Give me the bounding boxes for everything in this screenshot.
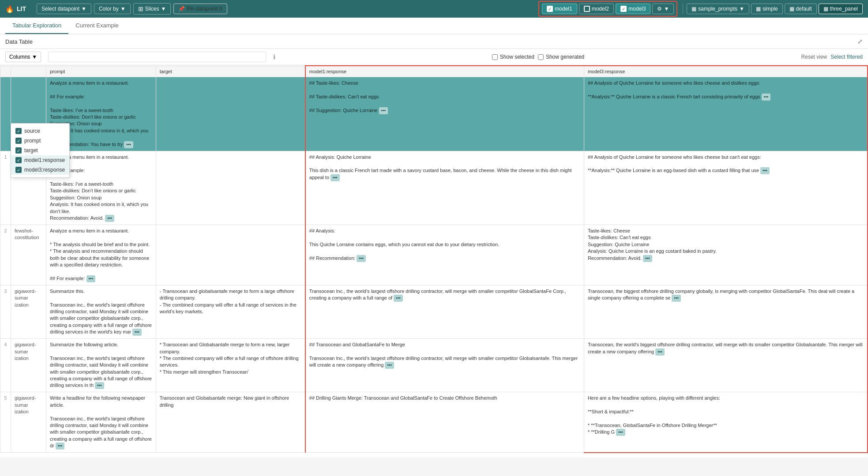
th-num	[0, 66, 11, 77]
row-model3: Transocean, the world's biggest offshore…	[584, 339, 868, 392]
row-prompt: Analyze a menu item in a restaurant. * T…	[46, 225, 156, 285]
row-model3: Here are a few headline options, playing…	[584, 392, 868, 453]
select-datapoint-label: Select datapoint	[41, 6, 79, 12]
col-source-checkbox: ✓	[15, 128, 22, 134]
model1-btn[interactable]: ✓ model1	[542, 4, 577, 14]
data-table: prompt target model1:response model3:res…	[0, 65, 868, 453]
search-input[interactable]	[48, 52, 266, 62]
model3-checkbox: ✓	[620, 6, 627, 12]
col-model1-checkbox: ✓	[15, 157, 22, 163]
more-badge[interactable]: •••	[762, 94, 771, 101]
color-by-btn[interactable]: Color by ▼	[94, 4, 131, 14]
more-badge[interactable]: •••	[86, 275, 96, 282]
nav-left: Select datapoint ▼ Color by ▼ ⊞ Slices ▼…	[37, 3, 535, 15]
separator	[683, 4, 683, 14]
layout-icon3: ▦	[789, 6, 794, 12]
layout-three-panel-btn[interactable]: ▦ three_panel	[819, 4, 863, 14]
layout-label3: default	[796, 6, 812, 12]
show-selected-text: Show selected	[500, 54, 534, 60]
slices-btn[interactable]: ⊞ Slices ▼	[133, 3, 171, 15]
more-badge[interactable]: •••	[95, 382, 104, 389]
more-badge[interactable]: •••	[643, 255, 652, 262]
col-item-target[interactable]: ✓ target	[11, 146, 69, 155]
row-num: 3	[0, 285, 11, 338]
main-area: Data Table ⤢ Columns ▼ ✓ source ✓ prompt	[0, 34, 868, 457]
flame-icon: 🔥	[5, 5, 14, 13]
show-generated-checkbox[interactable]	[538, 54, 544, 60]
th-target[interactable]: target	[156, 66, 305, 77]
layout-default-btn[interactable]: ▦ default	[785, 4, 817, 14]
more-badge[interactable]: •••	[760, 167, 770, 174]
model1-checkbox: ✓	[547, 6, 553, 12]
pin-icon: 📌	[178, 6, 185, 12]
columns-label: Columns	[9, 54, 30, 60]
layout-simple-btn[interactable]: ▦ simple	[751, 4, 783, 14]
more-badge[interactable]: •••	[616, 429, 625, 436]
pin-label: Pin datapoint 0	[187, 6, 222, 12]
th-model1[interactable]: model1:response	[305, 66, 584, 77]
layout-label1: sample_prompts	[698, 6, 737, 12]
expand-btn[interactable]: ⤢	[857, 38, 863, 45]
model2-btn[interactable]: model2	[579, 4, 614, 14]
more-badge[interactable]: •••	[331, 174, 340, 181]
model2-checkbox	[584, 6, 590, 12]
tab-current-example[interactable]: Current Example	[68, 18, 126, 34]
model3-btn[interactable]: ✓ model3	[616, 4, 650, 14]
slices-label: Slices	[145, 6, 159, 12]
pin-datapoint-btn[interactable]: 📌 Pin datapoint 0	[173, 4, 227, 14]
app-logo: 🔥 LIT	[5, 5, 26, 13]
models-selector: ✓ model1 model2 ✓ model3 ⚙ ▼	[538, 1, 677, 17]
more-badge[interactable]: •••	[357, 255, 366, 262]
tab-tabular-exploration[interactable]: Tabular Exploration	[5, 18, 68, 34]
col-item-model3[interactable]: ✓ model3:response	[11, 165, 69, 175]
more-badge[interactable]: •••	[105, 215, 114, 222]
reset-view-btn[interactable]: Reset view	[801, 54, 827, 60]
table-row: Analyze a menu item in a restaurant. ## …	[0, 77, 868, 151]
more-badge[interactable]: •••	[379, 107, 388, 114]
col-target-checkbox: ✓	[15, 147, 22, 154]
more-badge[interactable]: •••	[394, 295, 403, 302]
table-row: 2 fewshot-constitution Analyze a menu it…	[0, 225, 868, 285]
row-model3: Taste-likes: Cheese Taste-dislikes: Can'…	[584, 225, 868, 285]
layout-label2: simple	[763, 6, 778, 12]
col-prompt-label: prompt	[24, 138, 41, 144]
row-source: gigaword-sumarization	[11, 339, 46, 392]
col-item-model1[interactable]: ✓ model1:response	[11, 155, 69, 165]
select-filtered-btn[interactable]: Select filtered	[830, 54, 863, 60]
caret-icon2: ▼	[120, 6, 126, 12]
row-source: gigaword-sumarization	[11, 285, 46, 338]
row-model1: ## Taste-likes: Cheese ## Taste-dislikes…	[305, 77, 584, 151]
row-target	[156, 225, 305, 285]
show-selected-label[interactable]: Show selected	[492, 54, 534, 60]
show-selected-checkbox[interactable]	[492, 54, 498, 60]
th-prompt[interactable]: prompt	[46, 66, 156, 77]
row-num: 5	[0, 392, 11, 453]
caret-icon-columns: ▼	[32, 54, 37, 60]
row-prompt: Summarize this. Transocean inc., the wor…	[46, 285, 156, 338]
col-target-label: target	[24, 147, 38, 154]
col-item-prompt[interactable]: ✓ prompt	[11, 136, 69, 146]
row-target: Transocean and Globalsantafe merge: New …	[156, 392, 305, 453]
col-item-source[interactable]: ✓ source	[11, 126, 69, 136]
col-source-label: source	[24, 128, 40, 134]
show-generated-label[interactable]: Show generated	[538, 54, 584, 60]
columns-dropdown-btn[interactable]: Columns ▼	[5, 52, 41, 62]
more-badge[interactable]: •••	[124, 141, 133, 148]
table-wrapper[interactable]: prompt target model1:response model3:res…	[0, 65, 868, 457]
row-target: - Transocean and globalsantafe merge to …	[156, 285, 305, 338]
settings-icon: ⚙	[657, 6, 662, 12]
slices-icon: ⊞	[138, 5, 143, 12]
more-badge[interactable]: •••	[56, 442, 65, 450]
models-settings-btn[interactable]: ⚙ ▼	[652, 4, 674, 14]
more-badge[interactable]: •••	[385, 362, 394, 369]
show-generated-text: Show generated	[546, 54, 584, 60]
layout-sample-prompts-btn[interactable]: ▦ sample_prompts ▼	[687, 4, 749, 14]
layout-icon1: ▦	[691, 6, 696, 12]
row-target	[156, 77, 305, 151]
layout-selector: ▦ sample_prompts ▼ ▦ simple ▦ default ▦ …	[681, 4, 863, 14]
th-model3[interactable]: model3:response	[584, 66, 868, 77]
more-badge[interactable]: •••	[132, 329, 142, 336]
more-badge[interactable]: •••	[672, 295, 681, 302]
select-datapoint-btn[interactable]: Select datapoint ▼	[37, 4, 91, 14]
more-badge[interactable]: •••	[655, 349, 665, 356]
